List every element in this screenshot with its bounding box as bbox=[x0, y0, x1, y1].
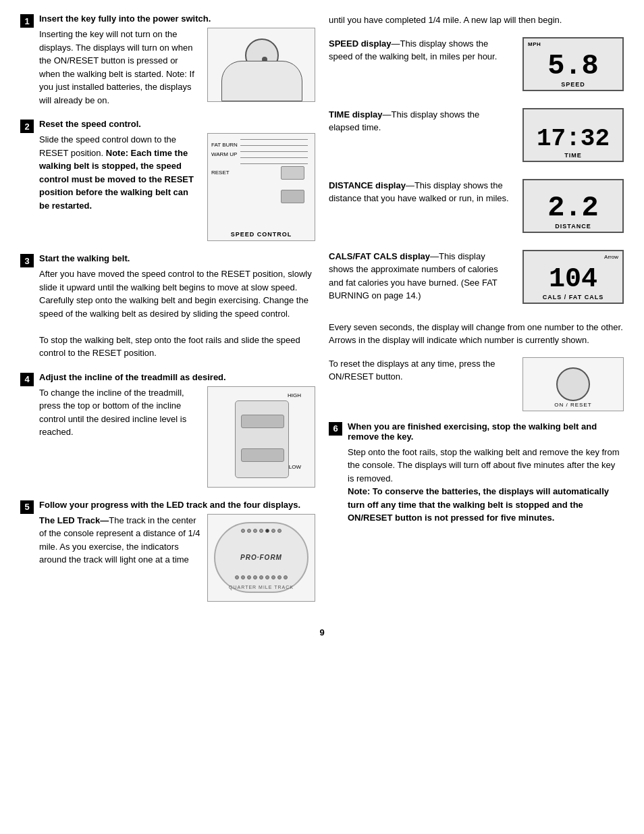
sc-reset-label: RESET bbox=[211, 168, 238, 178]
led-dots-top bbox=[215, 529, 307, 533]
cals-display-value: 104 bbox=[524, 266, 622, 293]
right-column: until you have completed 1/4 mile. A new… bbox=[329, 14, 624, 614]
led-dot-14 bbox=[271, 575, 275, 579]
step-5-content: Follow your progress with the LED track … bbox=[39, 500, 315, 602]
led-dot-1 bbox=[241, 529, 245, 533]
step-4-with-image: To change the incline of the treadmill, … bbox=[39, 386, 315, 488]
step-3-content: Start the walking belt. After you have m… bbox=[39, 253, 315, 360]
led-dot-11 bbox=[253, 575, 257, 579]
speed-display-value: 5.8 bbox=[524, 52, 622, 80]
step-1-image bbox=[207, 28, 315, 102]
led-quarter-mile-label: QUARTER MILE TRACK bbox=[215, 585, 307, 590]
step-4: 4 Adjust the incline of the treadmill as… bbox=[20, 372, 315, 488]
led-track-subtitle: The LED Track— bbox=[39, 515, 109, 525]
step-5-image: PRO·FORM QUARTER MILE TRACK bbox=[207, 514, 315, 602]
incline-handle-upper bbox=[241, 415, 284, 428]
led-dot-3 bbox=[253, 529, 257, 533]
reset-section: To reset the displays at any time, press… bbox=[329, 357, 624, 411]
time-display-panel: 17:32 TIME bbox=[522, 108, 624, 162]
on-reset-diagram: ON / RESET bbox=[522, 357, 624, 411]
step-number-3: 3 bbox=[20, 254, 34, 267]
distance-display-bottom-label: DISTANCE bbox=[524, 223, 622, 230]
on-reset-circle bbox=[556, 367, 590, 401]
step-number-4: 4 bbox=[20, 373, 34, 386]
led-dot-9 bbox=[241, 575, 245, 579]
sc-label: SPEED CONTROL bbox=[208, 231, 315, 238]
led-dot-2 bbox=[247, 529, 251, 533]
sc-fat-burn-label: FAT BURN bbox=[211, 140, 238, 150]
step-5-title: Follow your progress with the LED track … bbox=[39, 500, 315, 510]
cals-display-section: CALS/FAT CALS display—This display shows… bbox=[329, 250, 624, 314]
step-6-body-text: Step onto the foot rails, stop the walki… bbox=[348, 447, 620, 484]
sc-hline-1 bbox=[240, 139, 308, 140]
time-display-desc: TIME display—This display shows the elap… bbox=[329, 108, 512, 134]
led-dot-4 bbox=[259, 529, 263, 533]
speed-display-section: SPEED display—This display shows the spe… bbox=[329, 37, 624, 101]
step-4-image: HIGH LOW bbox=[207, 386, 315, 488]
step-6-title: When you are finished exercising, stop t… bbox=[348, 421, 624, 442]
led-dot-6 bbox=[271, 529, 275, 533]
step-4-content: Adjust the incline of the treadmill as d… bbox=[39, 372, 315, 488]
right-intro-text: until you have completed 1/4 mile. A new… bbox=[329, 14, 624, 27]
led-dot-15 bbox=[277, 575, 281, 579]
time-display-section: TIME display—This display shows the elap… bbox=[329, 108, 624, 172]
step-2-with-image: Slide the speed control down to the RESE… bbox=[39, 133, 315, 241]
step-3-title: Start the walking belt. bbox=[39, 253, 315, 263]
speed-display-bottom-label: SPEED bbox=[524, 81, 622, 88]
step-5: 5 Follow your progress with the LED trac… bbox=[20, 500, 315, 602]
sc-hline-2 bbox=[240, 145, 308, 146]
led-dot-8 bbox=[235, 575, 239, 579]
step-1-text: Inserting the key will not turn on the d… bbox=[39, 28, 200, 107]
step-number-5: 5 bbox=[20, 500, 34, 514]
led-dot-7 bbox=[277, 529, 281, 533]
cals-display-desc: CALS/FAT CALS display—This display shows… bbox=[329, 250, 512, 303]
sc-warm-up-label: WARM UP bbox=[211, 150, 238, 159]
led-brand-label: PRO·FORM bbox=[240, 554, 282, 561]
sc-slider-knob-upper bbox=[281, 166, 304, 180]
step-number-2: 2 bbox=[20, 120, 34, 133]
led-dot-13 bbox=[265, 575, 269, 579]
key-body bbox=[221, 61, 302, 101]
distance-display-section: DISTANCE display—This display shows the … bbox=[329, 179, 624, 243]
incline-high-label: HIGH bbox=[288, 392, 301, 398]
step-2: 2 Reset the speed control. Slide the spe… bbox=[20, 119, 315, 241]
every-seven-text: Every seven seconds, the display will ch… bbox=[329, 321, 624, 347]
incline-slider bbox=[235, 400, 289, 478]
time-display-bottom-label: TIME bbox=[524, 152, 622, 159]
left-column: 1 Insert the key fully into the power sw… bbox=[20, 14, 315, 614]
step-6-body: Step onto the foot rails, stop the walki… bbox=[348, 446, 624, 525]
step-2-text: Slide the speed control down to the RESE… bbox=[39, 133, 200, 212]
cals-bold-label: CALS/FAT CALS display bbox=[329, 251, 430, 261]
step-4-text: To change the incline of the treadmill, … bbox=[39, 386, 200, 439]
step-1-with-image: Inserting the key will not turn on the d… bbox=[39, 28, 315, 107]
speed-bold-label: SPEED display bbox=[329, 38, 391, 49]
sc-lines-area bbox=[240, 139, 308, 220]
distance-display-value: 2.2 bbox=[524, 194, 622, 222]
step-2-title: Reset the speed control. bbox=[39, 119, 315, 129]
step-5-text: The LED Track—The track in the center of… bbox=[39, 514, 200, 567]
distance-display-panel: 2.2 DISTANCE bbox=[522, 179, 624, 233]
cals-display-panel: Arrow 104 CALS / FAT CALS bbox=[522, 250, 624, 304]
step-3: 3 Start the walking belt. After you have… bbox=[20, 253, 315, 360]
led-track-diagram: PRO·FORM QUARTER MILE TRACK bbox=[207, 514, 315, 602]
distance-display-desc: DISTANCE display—This display shows the … bbox=[329, 179, 512, 205]
on-reset-label: ON / RESET bbox=[523, 402, 623, 408]
time-display-value: 17:32 bbox=[524, 127, 622, 151]
step-5-with-image: The LED Track—The track in the center of… bbox=[39, 514, 315, 602]
sc-text-labels: FAT BURN WARM UP RESET bbox=[211, 140, 238, 178]
sc-hline-5 bbox=[240, 163, 308, 164]
step-number-6: 6 bbox=[329, 422, 342, 436]
time-bold-label: TIME display bbox=[329, 109, 382, 120]
distance-bold-label: DISTANCE display bbox=[329, 180, 406, 190]
speed-mph-label: MPH bbox=[528, 41, 541, 47]
cals-display-bottom-label: CALS / FAT CALS bbox=[524, 294, 622, 301]
step-2-content: Reset the speed control. Slide the speed… bbox=[39, 119, 315, 241]
incline-handle-lower bbox=[241, 448, 284, 462]
led-dot-16 bbox=[284, 575, 288, 579]
speed-display-panel: MPH 5.8 SPEED bbox=[522, 37, 624, 91]
page-number: 9 bbox=[20, 627, 624, 637]
step-1-content: Insert the key fully into the power swit… bbox=[39, 14, 315, 107]
incline-low-label: LOW bbox=[289, 464, 301, 470]
step-number-1: 1 bbox=[20, 14, 34, 28]
cals-arrow-label: Arrow bbox=[604, 254, 618, 260]
